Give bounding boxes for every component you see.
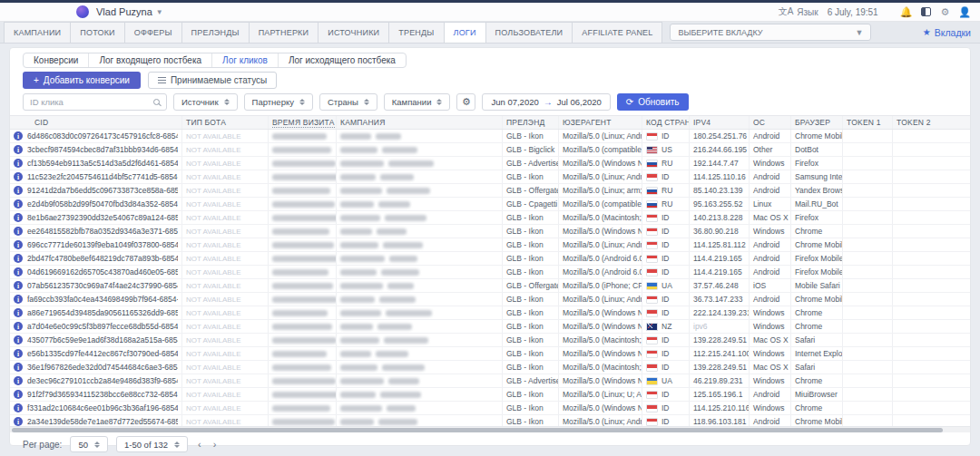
table-row[interactable]: i 11c523e2fc2045754611d4bf5c7741d5-6854-… bbox=[10, 170, 970, 184]
info-icon[interactable]: i bbox=[14, 281, 23, 290]
table-row[interactable]: i f331ad2c10684c6ee01b96c3b36af196-6854-… bbox=[10, 402, 970, 415]
column-header[interactable]: CID bbox=[10, 116, 182, 129]
column-header[interactable]: КОД СТРАНЫ bbox=[642, 116, 690, 129]
info-icon[interactable]: i bbox=[14, 131, 23, 141]
table-row[interactable]: i 696cc7771de60139f9eba1049f037800-6854-… bbox=[10, 238, 970, 252]
log-subtab[interactable]: Лог исходящего постбека bbox=[279, 53, 406, 67]
log-subtab[interactable]: Лог кликов bbox=[212, 53, 279, 67]
bell-icon[interactable]: 🔔 bbox=[900, 6, 913, 18]
log-subtab[interactable]: Конверсии bbox=[24, 53, 89, 67]
campaigns-filter[interactable]: Кампании bbox=[384, 93, 451, 111]
table-row[interactable]: i ee264815582bfb78a0352d9346a3e371-6854-… bbox=[10, 225, 970, 238]
table-row[interactable]: i 2bd47fc4780be8ef648219dc787a893b-6854-… bbox=[10, 252, 970, 266]
info-icon[interactable]: i bbox=[14, 159, 23, 168]
info-icon[interactable]: i bbox=[14, 254, 23, 263]
nav-tab[interactable]: ПОТОКИ bbox=[71, 22, 124, 43]
avatar[interactable] bbox=[76, 5, 89, 18]
info-icon[interactable]: i bbox=[14, 295, 23, 304]
info-icon[interactable]: i bbox=[14, 335, 23, 344]
info-icon[interactable]: i bbox=[14, 322, 23, 331]
info-icon[interactable]: i bbox=[14, 403, 23, 412]
info-icon[interactable]: i bbox=[14, 213, 23, 222]
table-row[interactable]: i cf13b594eb9113a5c514d3a5d2f6d461-6854-… bbox=[10, 157, 970, 170]
table-row[interactable]: i 8e1b6ae27392390dd32e54067c89a124-6854-… bbox=[10, 211, 970, 225]
theme-toggle-icon[interactable] bbox=[921, 7, 931, 16]
info-icon[interactable]: i bbox=[14, 145, 23, 154]
prelend-value: GLB - Ikon bbox=[506, 403, 544, 412]
column-header[interactable]: ТИП БОТА bbox=[182, 116, 269, 129]
bookmarks-link[interactable]: ★ Вкладки bbox=[923, 22, 971, 43]
click-id-input[interactable] bbox=[30, 97, 153, 107]
visit-time-redacted bbox=[272, 324, 332, 330]
table-row[interactable]: i 2a34e139de58de7e1ae87d772ed55674-6854-… bbox=[10, 415, 970, 426]
table-row[interactable]: i 91f2f79d365934115238bcc6e88cc732-6854-… bbox=[10, 388, 970, 402]
nav-tab[interactable]: ОФФЕРЫ bbox=[125, 22, 182, 43]
column-header[interactable]: ОС bbox=[750, 116, 791, 129]
column-header[interactable]: ВРЕМЯ ВИЗИТА▲ bbox=[269, 116, 337, 129]
nav-tab[interactable]: ТРЕНДЫ bbox=[389, 22, 444, 43]
info-icon[interactable]: i bbox=[14, 199, 23, 209]
table-row[interactable]: i 435077b6c59e9e1ad6f38d168a2a515a-6854-… bbox=[10, 334, 970, 347]
table-row[interactable]: i 36e1f967826ede32d0d74544684c6ae3-6854-… bbox=[10, 361, 970, 374]
table-row[interactable]: i 3cbecf9874594cbec8d7af31bbb934d6-6854-… bbox=[10, 143, 970, 157]
next-page-icon[interactable]: › bbox=[211, 439, 219, 450]
per-page-select[interactable]: 50 bbox=[70, 436, 108, 452]
table-row[interactable]: i e56b1335cd97fe4412ec867cf30790ed-6854-… bbox=[10, 347, 970, 361]
info-icon[interactable]: i bbox=[14, 227, 23, 236]
table-row[interactable]: i a86e719654d39485da90561165326dd9-6854-… bbox=[10, 306, 970, 320]
affiliate-network-filter[interactable]: Партнерку bbox=[244, 93, 313, 111]
prev-page-icon[interactable]: ‹ bbox=[196, 439, 203, 450]
info-icon[interactable]: i bbox=[14, 308, 23, 317]
countries-filter[interactable]: Страны bbox=[319, 93, 377, 111]
refresh-button[interactable]: ⟳ Обновить bbox=[617, 93, 689, 111]
log-subtab[interactable]: Лог входящего постбека bbox=[89, 53, 212, 67]
info-icon[interactable]: i bbox=[14, 240, 23, 249]
search-icon[interactable] bbox=[153, 99, 160, 105]
table-row[interactable]: i 07ab561235730c969a74f4ae24c37990-6854-… bbox=[10, 279, 970, 293]
info-icon[interactable]: i bbox=[14, 186, 23, 195]
info-icon[interactable]: i bbox=[14, 363, 23, 372]
info-icon[interactable]: i bbox=[14, 376, 23, 385]
table-row[interactable]: i de3ec96c279101ccb2a84e9486d383f9-6854-… bbox=[10, 374, 970, 388]
column-header[interactable]: TOKEN 2 bbox=[893, 116, 970, 129]
accepted-statuses-button[interactable]: Принимаемые статусы bbox=[148, 72, 277, 89]
source-filter[interactable]: Источник bbox=[173, 93, 238, 111]
user-name[interactable]: Vlad Puzyna bbox=[96, 6, 152, 17]
range-select[interactable]: 1-50 of 132 bbox=[116, 436, 188, 452]
info-icon[interactable]: i bbox=[14, 267, 23, 277]
tab-select[interactable]: ВЫБЕРИТЕ ВКЛАДКУ ▼ bbox=[670, 24, 871, 41]
info-icon[interactable]: i bbox=[14, 172, 23, 181]
nav-tab[interactable]: ПРЕЛЭНДЫ bbox=[182, 22, 250, 43]
nav-tab[interactable]: ЛОГИ bbox=[445, 22, 486, 43]
date-range-picker[interactable]: Jun 07,2020 → Jul 06,2020 bbox=[482, 93, 610, 111]
filter-settings-button[interactable]: ⚙ bbox=[456, 93, 475, 111]
user-icon[interactable]: 👤 bbox=[958, 6, 971, 18]
column-header[interactable]: IPV4 bbox=[690, 116, 750, 129]
table-row[interactable]: i a7d04e6e0c99c5f3b897fecce68db55d-6854-… bbox=[10, 320, 970, 334]
info-icon[interactable]: i bbox=[14, 349, 23, 358]
column-header[interactable]: ЮЗЕРАГЕНТ bbox=[559, 116, 642, 129]
table-row[interactable]: i 91241d2da7b6edd5c096733873ce858a-6854-… bbox=[10, 184, 970, 198]
table-row[interactable]: i e2d4b9f058b2d99f50470fbd3d84a352-6854-… bbox=[10, 198, 970, 211]
language-switcher[interactable]: 文A Язык bbox=[779, 5, 818, 18]
table-row[interactable]: i fa69ccb393fa0c4ea434698499b7f964-6854-… bbox=[10, 293, 970, 306]
campaign-redacted bbox=[378, 201, 410, 208]
prelend-value: GLB - Offergate bbox=[506, 281, 559, 290]
column-header[interactable]: TOKEN 1 bbox=[843, 116, 893, 129]
table-row[interactable]: i 04d619669162d65705c43870ad460e05-6854-… bbox=[10, 266, 970, 279]
nav-tab[interactable]: КАМПАНИИ bbox=[4, 22, 71, 43]
table-row[interactable]: i 6d486c083d0c097264173c457916cfc8-6854-… bbox=[10, 130, 970, 143]
nav-tab[interactable]: ПАРТНЕРКИ bbox=[250, 22, 319, 43]
browser-value: Chrome bbox=[795, 308, 822, 317]
nav-tab[interactable]: AFFILIATE PANEL bbox=[573, 22, 662, 43]
nav-tab[interactable]: ИСТОЧНИКИ bbox=[318, 22, 389, 43]
info-icon[interactable]: i bbox=[14, 417, 23, 426]
add-conversions-button[interactable]: + Добавить конверсии bbox=[23, 72, 141, 89]
nav-tab[interactable]: ПОЛЬЗОВАТЕЛИ bbox=[486, 22, 573, 43]
column-header[interactable]: БРАУЗЕР bbox=[791, 116, 843, 129]
info-icon[interactable]: i bbox=[14, 390, 23, 399]
gear-icon[interactable]: ⚙ bbox=[940, 6, 949, 18]
column-header[interactable]: КАМПАНИЯ bbox=[337, 116, 503, 129]
column-header[interactable]: ПРЕЛЭНД bbox=[503, 116, 559, 129]
horizontal-scrollbar-thumb[interactable] bbox=[12, 428, 943, 432]
